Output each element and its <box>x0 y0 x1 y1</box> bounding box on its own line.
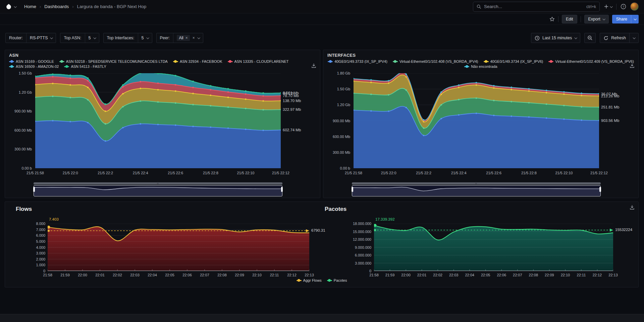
chart-flows[interactable] <box>48 224 309 271</box>
series-marker-icon <box>228 61 233 62</box>
legend-item[interactable]: Virtual-Ethernet0/1/102.408 (VS_BORDA_IP… <box>393 59 478 63</box>
share-button[interactable]: Share <box>612 15 631 24</box>
grafana-logo <box>5 3 12 10</box>
filter-router-value[interactable]: RS-PTTS <box>26 33 56 43</box>
legend-item[interactable]: Pacotes <box>327 278 347 282</box>
x-tick-label: 22:12 <box>593 273 602 277</box>
legend-label: Pacotes <box>334 278 347 282</box>
chart-title-pacotes[interactable]: Pacotes <box>325 206 346 213</box>
x-tick-label: 22:13 <box>608 273 618 277</box>
help-button[interactable]: ? <box>621 4 626 9</box>
export-button[interactable]: Export <box>584 15 609 24</box>
chart-pacotes[interactable] <box>374 224 613 271</box>
chevron-down-icon <box>633 36 635 39</box>
navigator-handle-right[interactable] <box>281 187 283 192</box>
edit-button[interactable]: Edit <box>562 15 577 24</box>
y-tick-label: 15.000.000 <box>353 230 371 234</box>
navigator-window[interactable] <box>34 185 282 196</box>
x-tick-label: 22:04 <box>465 273 474 277</box>
zoom-navigator-asn[interactable]: ⠿ <box>34 182 282 196</box>
legend-flows-pacotes: Aggr FlowsPacotes <box>9 278 634 282</box>
panel-interfaces: INTERFACES 40GE0/1/49.3733 (IX_SP_IPV4)V… <box>323 50 639 198</box>
chevron-down-icon <box>634 17 636 20</box>
legend-item[interactable]: ASN 54113 - FASTLY <box>64 64 106 68</box>
y-tick-label: 1.80 Gb <box>337 71 350 75</box>
filter-peer-selected: All <box>179 36 183 40</box>
refresh-button[interactable]: Refresh <box>600 33 639 43</box>
top-navbar: Home › Dashboards › Largura de banda - B… <box>0 0 644 13</box>
chart-asn[interactable] <box>35 73 281 168</box>
filter-peer-chip[interactable]: All× <box>177 35 190 41</box>
navigator-scrollbar[interactable]: ⠿ <box>352 182 601 185</box>
navigator-handle-left[interactable] <box>352 187 353 192</box>
star-icon <box>549 16 555 22</box>
navigator-scrollbar[interactable]: ⠿ <box>34 182 282 185</box>
chart-title-flows[interactable]: Flows <box>16 206 32 213</box>
filter-top-asn-value[interactable]: 5 <box>85 33 99 43</box>
add-new-button[interactable] <box>604 4 612 9</box>
user-avatar[interactable] <box>630 2 639 11</box>
question-icon: ? <box>621 4 626 9</box>
y-axis-flows: 8.0007.0006.0005.0004.0003.0002.0001.000… <box>17 224 45 271</box>
chart-interfaces[interactable] <box>354 73 599 168</box>
filter-peer-label: Peer: <box>157 33 173 43</box>
time-range-picker[interactable]: Last 15 minutes <box>531 33 580 43</box>
filter-top-interfaces-label: Top Interfaces: <box>104 33 138 43</box>
clear-all-icon[interactable]: × <box>193 36 195 40</box>
x-tick-label: 22:02 <box>433 273 442 277</box>
x-tick-label: 22:02 <box>113 273 122 277</box>
search-input[interactable]: Search... ctrl+k <box>473 2 600 12</box>
download-icon[interactable] <box>311 63 317 68</box>
series-end-values-interfaces: 903.56 Mb251.81 Mb213.26 Mb36.07 Mb <box>599 73 637 168</box>
legend-item[interactable]: 40GE0/1/49.3734 (IX_SP_IPV6) <box>484 59 543 63</box>
x-tick-label: 22:11 <box>270 273 279 277</box>
legend-item[interactable]: ASN 32934 - FACEBOOK <box>173 59 222 63</box>
legend-item[interactable]: 40GE0/1/49.3733 (IX_SP_IPV4) <box>328 59 387 63</box>
zoom-out-button[interactable] <box>584 33 596 43</box>
legend-label: ASN 54113 - FASTLY <box>71 64 106 68</box>
zoom-navigator-interfaces[interactable]: ⠿ <box>352 182 601 196</box>
legend-item[interactable]: Aggr Flows <box>297 278 322 282</box>
x-tick-label: 22:06 <box>182 273 192 277</box>
x-tick-label: 22:08 <box>529 273 538 277</box>
legend-item[interactable]: ASN 13335 - CLOUDFLARENET <box>228 59 289 63</box>
share-menu-button[interactable] <box>631 15 639 24</box>
y-tick-label: 0 <box>369 269 371 273</box>
download-icon[interactable] <box>629 204 635 210</box>
breadcrumb-home[interactable]: Home <box>24 4 36 9</box>
remove-chip-icon[interactable]: × <box>185 36 188 40</box>
legend-item[interactable]: Não encontrada <box>464 64 497 68</box>
y-tick-label: 900.00 Mb <box>14 109 32 113</box>
x-tick-label: 22:08 <box>217 273 227 277</box>
grafana-dashboard: { "nav": { "breadcrumb": ["Home", "Dashb… <box>0 0 644 322</box>
grafana-logo-menu[interactable] <box>5 3 16 10</box>
filter-top-asn[interactable]: Top ASN: 5 <box>60 33 99 43</box>
panel-title-interfaces[interactable]: INTERFACES <box>327 53 356 58</box>
star-dashboard-button[interactable] <box>549 16 555 22</box>
filter-peer[interactable]: Peer: All× × <box>156 33 203 43</box>
legend-item[interactable]: Virtual-Ethernet0/1/102.409 (VS_BORDA_IP… <box>548 59 634 63</box>
filter-peer-value[interactable]: All× × <box>173 33 203 43</box>
series-marker-icon <box>297 280 302 281</box>
legend-asn: ASN 15169 - GOOGLEASN 53218 - SPEEDSERVI… <box>9 59 309 68</box>
x-tick-label: 21/5 22:0 <box>381 171 396 175</box>
legend-item[interactable]: ASN 16509 - AMAZON-02 <box>9 64 59 68</box>
legend-item[interactable]: ASN 15169 - GOOGLE <box>9 59 54 63</box>
panel-title-asn[interactable]: ASN <box>9 53 18 58</box>
panel-asn: ASN ASN 15169 - GOOGLEASN 53218 - SPEEDS… <box>5 50 320 198</box>
divider <box>629 33 630 43</box>
navigator-handle-right[interactable] <box>599 187 601 192</box>
series-end-value: 903.56 Mb <box>601 119 619 123</box>
breadcrumb-dashboards[interactable]: Dashboards <box>44 4 69 9</box>
filter-top-interfaces[interactable]: Top Interfaces: 5 <box>103 33 152 43</box>
filter-router[interactable]: Router: RS-PTTS <box>5 33 56 43</box>
legend-item[interactable]: ASN 53218 - SPEEDSERVICE TELECOMUNICACOE… <box>59 59 168 63</box>
y-tick-label: 1.50 Gb <box>19 71 32 75</box>
filter-router-label: Router: <box>6 33 26 43</box>
navigator-handle-left[interactable] <box>33 187 35 192</box>
filter-top-interfaces-value[interactable]: 5 <box>138 33 152 43</box>
legend-label: ASN 13335 - CLOUDFLARENET <box>234 59 289 63</box>
y-tick-label: 12.000.000 <box>353 237 371 241</box>
x-tick-label: 22:00 <box>401 273 411 277</box>
navigator-window[interactable] <box>352 185 601 196</box>
